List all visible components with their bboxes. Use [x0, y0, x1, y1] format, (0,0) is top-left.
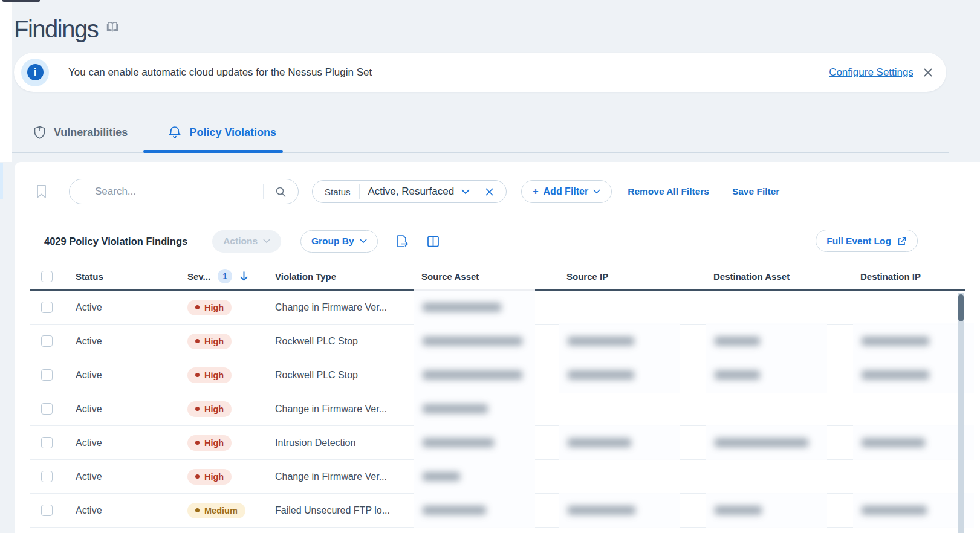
redacted-value — [414, 425, 535, 460]
status-filter-chip: Status Active, Resurfaced — [312, 180, 507, 203]
sidebar-edge — [0, 0, 12, 162]
redacted-value — [706, 323, 827, 359]
tab-label: Vulnerabilities — [54, 126, 128, 139]
severity-dot-icon — [195, 339, 200, 343]
redacted-value — [414, 493, 535, 528]
tab-label: Policy Violations — [189, 126, 276, 139]
col-header-source-ip[interactable]: Source IP — [566, 263, 713, 289]
destination-ip-cell — [860, 325, 965, 358]
status-cell: Active — [76, 426, 187, 459]
bookmark-icon[interactable] — [33, 183, 49, 201]
col-header-status[interactable]: Status — [76, 263, 187, 289]
shield-icon — [34, 126, 45, 139]
table-row[interactable]: ActiveHighIntrusion Detection — [30, 426, 965, 460]
search-input[interactable] — [70, 179, 263, 204]
redacted-value — [559, 323, 680, 359]
save-filter-button[interactable]: Save Filter — [732, 186, 779, 197]
severity-cell: High — [187, 392, 275, 425]
destination-asset-cell — [713, 460, 860, 493]
redacted-value — [414, 289, 535, 325]
select-all-checkbox[interactable] — [41, 271, 53, 282]
redacted-value — [559, 493, 680, 528]
configure-settings-link[interactable]: Configure Settings — [829, 66, 913, 79]
divider — [59, 183, 59, 200]
remove-filter-icon[interactable] — [485, 187, 494, 196]
violation-type-cell: Rockwell PLC Stop — [275, 358, 421, 392]
source-asset-cell — [421, 358, 566, 392]
destination-ip-cell — [860, 460, 965, 493]
notification-banner: i You can enable automatic cloud updates… — [14, 53, 946, 92]
status-cell: Active — [76, 325, 187, 358]
source-ip-cell — [566, 426, 713, 459]
active-tab-indicator — [143, 150, 283, 153]
full-event-log-button[interactable]: Full Event Log — [816, 230, 918, 252]
source-ip-cell — [566, 291, 713, 324]
source-ip-cell — [566, 325, 713, 358]
table-toolbar: 4029 Policy Violation Findings Actions G… — [44, 230, 965, 253]
page-header: Findings — [14, 16, 118, 42]
close-icon[interactable] — [923, 68, 933, 77]
banner-message: You can enable automatic cloud updates f… — [68, 66, 372, 79]
source-asset-cell — [421, 460, 566, 493]
source-asset-cell — [421, 325, 566, 358]
violation-type-cell: Change in Firmware Ver... — [275, 460, 421, 493]
severity-dot-icon — [195, 508, 200, 512]
sort-order-badge: 1 — [218, 269, 232, 283]
row-checkbox[interactable] — [41, 403, 53, 415]
table-row[interactable]: ActiveHighChange in Firmware Ver... — [30, 392, 965, 426]
redacted-value — [414, 459, 535, 494]
book-icon[interactable] — [106, 21, 118, 32]
row-checkbox[interactable] — [41, 369, 53, 381]
table-row[interactable]: ActiveHighRockwell PLC Stop — [30, 325, 965, 358]
row-checkbox[interactable] — [41, 437, 53, 448]
col-header-destination-asset[interactable]: Destination Asset — [713, 263, 860, 289]
export-icon[interactable] — [396, 234, 409, 248]
columns-icon[interactable] — [427, 235, 440, 248]
tab-policy-violations[interactable]: Policy Violations — [169, 126, 276, 139]
info-icon: i — [21, 59, 49, 86]
destination-asset-cell — [713, 392, 860, 425]
filter-value[interactable]: Active, Resurfaced — [363, 186, 459, 198]
source-ip-cell — [566, 460, 713, 493]
severity-cell: High — [187, 460, 275, 493]
status-cell: Active — [76, 392, 187, 425]
redacted-value — [414, 391, 535, 427]
col-header-severity[interactable]: Sev... 1 — [187, 263, 275, 289]
source-asset-cell — [421, 426, 566, 459]
row-checkbox[interactable] — [41, 471, 53, 482]
add-filter-button[interactable]: + Add Filter — [521, 180, 612, 203]
search-icon[interactable] — [263, 184, 298, 199]
violation-type-cell: Change in Firmware Ver... — [275, 291, 421, 324]
row-checkbox[interactable] — [41, 302, 53, 313]
findings-table: Status Sev... 1 Violation Type Source As… — [30, 263, 965, 528]
col-header-violation-type[interactable]: Violation Type — [275, 263, 421, 289]
table-row[interactable]: ActiveHighChange in Firmware Ver... — [30, 460, 965, 494]
table-row[interactable]: ActiveMediumFailed Unsecured FTP lo... — [30, 494, 965, 528]
group-by-button[interactable]: Group By — [300, 230, 378, 253]
redacted-value — [853, 323, 974, 359]
remove-all-filters-button[interactable]: Remove All Filters — [628, 186, 709, 197]
source-asset-cell — [421, 494, 566, 527]
tab-vulnerabilities[interactable]: Vulnerabilities — [34, 126, 128, 139]
col-header-destination-ip[interactable]: Destination IP — [860, 263, 965, 289]
tab-bar: Vulnerabilities Policy Violations — [34, 126, 276, 139]
row-checkbox[interactable] — [41, 505, 53, 516]
destination-ip-cell — [860, 494, 965, 527]
table-row[interactable]: ActiveHighChange in Firmware Ver... — [30, 291, 965, 325]
redacted-value — [853, 357, 974, 393]
violation-type-cell: Failed Unsecured FTP lo... — [275, 494, 421, 527]
scrollbar-thumb[interactable] — [958, 294, 964, 321]
vertical-scrollbar[interactable] — [958, 293, 964, 533]
sort-desc-icon[interactable] — [239, 271, 248, 282]
destination-asset-cell — [713, 494, 860, 527]
severity-badge: High — [187, 300, 232, 315]
table-body: ActiveHighChange in Firmware Ver...Activ… — [30, 291, 965, 528]
actions-button[interactable]: Actions — [212, 230, 281, 253]
col-header-source-asset[interactable]: Source Asset — [421, 263, 566, 289]
destination-ip-cell — [860, 358, 965, 392]
row-checkbox[interactable] — [41, 335, 53, 347]
table-row[interactable]: ActiveHighRockwell PLC Stop — [30, 358, 965, 392]
severity-badge: High — [187, 401, 232, 417]
chevron-down-icon[interactable] — [461, 189, 470, 195]
active-nav-highlight — [0, 163, 3, 199]
